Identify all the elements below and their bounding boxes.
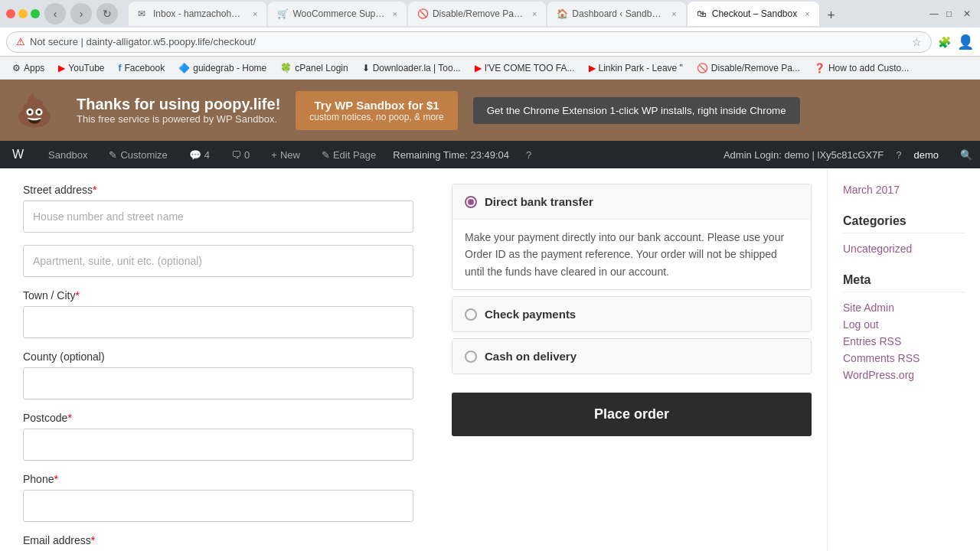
- edit-icon: ✎: [322, 149, 330, 161]
- bookmark-facebook[interactable]: f Facebook: [113, 61, 172, 75]
- tab-gmail-close[interactable]: ×: [253, 9, 257, 18]
- chrome-ext-sub: 1-click WP installs, right inside Chrome: [610, 105, 786, 116]
- place-order-button[interactable]: Place order: [452, 393, 812, 436]
- uncategorized-link[interactable]: Uncategorized: [843, 243, 965, 255]
- admin-login-label: Admin Login: demo | lXy5c81cGX7F: [724, 149, 884, 161]
- bookmark-howto-label: How to add Custo...: [828, 63, 909, 73]
- apartment-input[interactable]: [23, 245, 413, 277]
- bookmark-apps-label: Apps: [24, 63, 44, 73]
- middle-column: Direct bank transfer Make your payment d…: [436, 168, 827, 551]
- customize-item[interactable]: ✎ Customize: [104, 141, 172, 168]
- new-item[interactable]: + New: [266, 141, 305, 168]
- entries-rss-link[interactable]: Entries RSS: [843, 335, 965, 347]
- minimize-icon[interactable]: —: [929, 8, 940, 19]
- minimize-window-btn[interactable]: [18, 9, 28, 18]
- direct-bank-header[interactable]: Direct bank transfer: [452, 184, 811, 219]
- tab-woo-close[interactable]: ×: [392, 9, 397, 18]
- direct-bank-label: Direct bank transfer: [485, 195, 593, 208]
- town-required-star: *: [75, 289, 79, 302]
- edit-page-item[interactable]: ✎ Edit Page: [317, 141, 381, 168]
- bookmark-cpanel[interactable]: 🍀 cPanel Login: [274, 61, 354, 75]
- comments-count: 4: [204, 149, 210, 161]
- tab-dashboard[interactable]: 🏠 Dashboard ‹ Sandbox — WordP... ×: [547, 2, 685, 26]
- chrome-ext-title: Get the Chrome Extension: [487, 105, 607, 116]
- bookmark-howto[interactable]: ❓ How to add Custo...: [808, 61, 915, 75]
- bookmark-linkin-label: Linkin Park - Leave ": [599, 63, 683, 73]
- address-bar[interactable]: ⚠ Not secure | dainty-alligator.w5.poopy…: [6, 31, 932, 53]
- forward-button[interactable]: ›: [70, 3, 92, 24]
- tab-dashboard-close[interactable]: ×: [671, 9, 676, 18]
- close-window-btn[interactable]: [6, 9, 15, 18]
- bookmark-youtube[interactable]: ▶ YouTube: [52, 61, 110, 75]
- cpanel-icon: 🍀: [280, 63, 292, 73]
- tab-disable[interactable]: 🚫 Disable/Remove Payment Meth... ×: [408, 2, 546, 26]
- street-address-group: Street address*: [23, 184, 413, 233]
- bookmark-star-icon[interactable]: ☆: [912, 36, 922, 48]
- help-icon2[interactable]: ?: [896, 149, 901, 161]
- site-admin-link[interactable]: Site Admin: [843, 302, 965, 314]
- bookmarks-bar: ⚙ Apps ▶ YouTube f Facebook 🔷 guidegrab …: [0, 57, 980, 80]
- extensions-icon[interactable]: 🧩: [938, 36, 951, 48]
- ivecometoo-icon: ▶: [475, 63, 482, 73]
- town-input[interactable]: [23, 306, 413, 338]
- close-icon[interactable]: ✕: [963, 8, 974, 19]
- cash-delivery-radio[interactable]: [465, 350, 477, 363]
- sandbox-label: Sandbox: [48, 149, 87, 161]
- security-icon: ⚠: [16, 36, 25, 47]
- categories-section: Categories Uncategorized: [843, 214, 965, 255]
- title-bar: ‹ › ↻ ✉ Inbox - hamzachohan32@gmail... ×…: [0, 0, 980, 28]
- back-button[interactable]: ‹: [44, 3, 66, 24]
- tab-gmail-label: Inbox - hamzachohan32@gmail...: [153, 8, 245, 19]
- tab-checkout-close[interactable]: ×: [805, 9, 809, 18]
- wordpress-link[interactable]: WordPress.org: [843, 369, 965, 381]
- bookmark-disable[interactable]: 🚫 Disable/Remove Pa...: [691, 61, 806, 75]
- reload-button[interactable]: ↻: [96, 3, 118, 24]
- customize-icon: ✎: [109, 149, 117, 161]
- bookmark-guidegrab[interactable]: 🔷 guidegrab - Home: [172, 61, 273, 75]
- wp-logo-item[interactable]: W: [8, 141, 31, 168]
- chrome-extension-button[interactable]: Get the Chrome Extension 1-click WP inst…: [473, 97, 800, 124]
- tab-gmail[interactable]: ✉ Inbox - hamzachohan32@gmail... ×: [129, 2, 266, 26]
- meta-section: Meta Site Admin Log out Entries RSS Comm…: [843, 273, 965, 381]
- check-payments-radio[interactable]: [465, 308, 477, 321]
- cash-delivery-option: Cash on delivery: [452, 338, 812, 374]
- woo-favicon: 🛒: [277, 8, 288, 19]
- comments-rss-link[interactable]: Comments RSS: [843, 352, 965, 364]
- sandbox-item[interactable]: Sandbox: [44, 141, 92, 168]
- tab-woocommerce[interactable]: 🛒 WooCommerce Support, Fixes,... ×: [268, 2, 406, 26]
- left-column: Street address* Town / City* County (opt…: [0, 168, 436, 551]
- bookmark-linkin[interactable]: ▶ Linkin Park - Leave ": [583, 61, 689, 75]
- account-icon[interactable]: 👤: [957, 34, 974, 51]
- pending-item[interactable]: 🗨 0: [227, 141, 254, 168]
- phone-group: Phone*: [23, 473, 413, 522]
- check-payments-header[interactable]: Check payments: [452, 297, 811, 331]
- gmail-favicon: ✉: [138, 8, 149, 19]
- maximize-icon[interactable]: □: [946, 8, 957, 19]
- help-item[interactable]: ?: [521, 141, 536, 168]
- bookmark-apps[interactable]: ⚙ Apps: [6, 61, 51, 75]
- tab-checkout[interactable]: 🛍 Checkout – Sandbox ×: [688, 2, 819, 26]
- new-tab-button[interactable]: +: [821, 5, 842, 26]
- try-sandbox-button[interactable]: Try WP Sandbox for $1 custom notices, no…: [296, 91, 457, 130]
- march-2017-link[interactable]: March 2017: [843, 184, 900, 196]
- maximize-window-btn[interactable]: [31, 9, 40, 18]
- bookmark-youtube-label: YouTube: [68, 63, 104, 73]
- banner-title: Thanks for using poopy.life!: [77, 96, 280, 113]
- window-controls: — □ ✕: [929, 8, 974, 19]
- search-icon[interactable]: 🔍: [960, 149, 972, 161]
- postcode-label: Postcode*: [23, 412, 413, 424]
- street-address-input[interactable]: [23, 201, 413, 233]
- tab-disable-close[interactable]: ×: [532, 9, 537, 18]
- check-payments-label: Check payments: [485, 308, 576, 321]
- log-out-link[interactable]: Log out: [843, 318, 965, 331]
- direct-bank-radio[interactable]: [465, 196, 477, 208]
- phone-input[interactable]: [23, 490, 413, 522]
- bookmark-downloader[interactable]: ⬇ Downloader.la | Too...: [356, 61, 467, 75]
- county-input[interactable]: [23, 367, 413, 399]
- poop-logo: 💩: [15, 93, 54, 129]
- bookmark-ivecometoo[interactable]: ▶ I'VE COME TOO FA...: [469, 61, 581, 75]
- comments-item[interactable]: 💬 4: [185, 141, 214, 168]
- postcode-input[interactable]: [23, 429, 413, 461]
- check-payments-option: Check payments: [452, 296, 812, 332]
- cash-delivery-header[interactable]: Cash on delivery: [452, 339, 811, 373]
